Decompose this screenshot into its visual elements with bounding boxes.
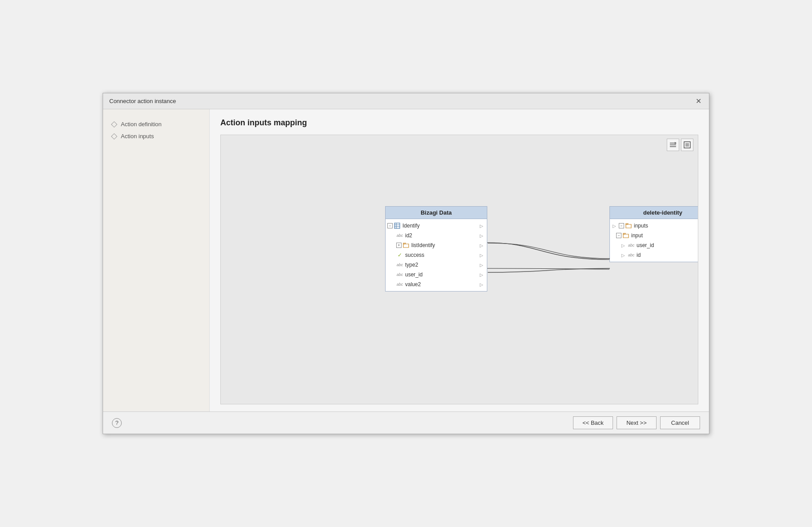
arrow-in-icon: ▷ (612, 223, 617, 228)
arrow-out-icon: ▷ (479, 262, 484, 267)
footer-left: ? (112, 418, 122, 428)
table-row: + listIdentify ▷ (386, 240, 487, 250)
table-row: abc type2 ▷ (386, 260, 487, 270)
expand-icon[interactable]: + (396, 243, 402, 248)
svg-rect-5 (394, 223, 400, 228)
folder-icon (622, 232, 629, 239)
table-row: − Identify ▷ (386, 221, 487, 231)
arrow-in-icon: ▷ (621, 243, 626, 248)
footer: ? << Back Next >> Cancel (103, 411, 709, 434)
arrow-out-icon: ▷ (479, 223, 484, 228)
table-row: abc id2 ▷ (386, 231, 487, 240)
expand-icon[interactable]: − (616, 233, 621, 238)
arrow-out-icon: ▷ (479, 233, 484, 238)
table-row: abc value2 ▷ (386, 279, 487, 289)
abc-icon: abc (396, 261, 403, 268)
sidebar-item-action-definition[interactable]: Action definition (110, 118, 202, 130)
back-button[interactable]: << Back (573, 416, 613, 429)
right-table-body: ▷ − inputs − (610, 219, 698, 262)
mapping-tool-icon-1 (669, 141, 677, 149)
abc-icon: abc (628, 252, 635, 259)
close-button[interactable]: ✕ (694, 97, 703, 106)
row-label: Identify (402, 223, 479, 229)
right-table-header: delete-identity (610, 207, 698, 219)
mapping-container: Bizagi Data − Identify ▷ (220, 135, 698, 404)
expand-icon[interactable]: − (619, 223, 624, 228)
mapping-icon-btn-1[interactable] (667, 139, 679, 151)
row-label: user_id (637, 242, 698, 248)
sidebar-diamond-icon (111, 133, 117, 139)
table-row: abc user_id ▷ (386, 270, 487, 279)
expand-icon[interactable]: − (387, 223, 393, 228)
row-label: success (405, 252, 479, 258)
table-row: ▷ − inputs (610, 221, 698, 231)
sidebar-item-label: Action inputs (121, 133, 154, 140)
mapping-icon-btn-2[interactable] (681, 139, 693, 151)
arrow-out-icon: ▷ (479, 243, 484, 248)
connector-action-dialog: Connector action instance ✕ Action defin… (103, 93, 709, 434)
row-label: id (637, 252, 698, 258)
toolbar-icons (667, 139, 693, 151)
left-table-header: Bizagi Data (386, 207, 487, 219)
table-row: ✓ success ▷ (386, 250, 487, 260)
sidebar: Action definition Action inputs (103, 109, 210, 411)
mapping-canvas: Bizagi Data − Identify ▷ (221, 135, 698, 404)
abc-icon: abc (396, 232, 403, 239)
left-table-body: − Identify ▷ abc id2 ▷ (386, 219, 487, 291)
table-row: − input (610, 231, 698, 240)
next-button[interactable]: Next >> (617, 416, 657, 429)
footer-buttons: << Back Next >> Cancel (573, 416, 700, 429)
folder-icon (402, 242, 410, 249)
sidebar-item-label: Action definition (121, 121, 162, 128)
abc-icon: abc (628, 242, 635, 249)
row-label: input (631, 232, 698, 239)
arrow-out-icon: ▷ (479, 252, 484, 258)
table-icon (394, 222, 401, 229)
row-label: value2 (405, 281, 479, 287)
abc-icon: abc (396, 271, 403, 278)
row-label: inputs (634, 223, 698, 229)
left-table: Bizagi Data − Identify ▷ (385, 206, 487, 291)
table-row: ▷ abc id (610, 250, 698, 260)
page-title: Action inputs mapping (220, 118, 698, 128)
cancel-button[interactable]: Cancel (660, 416, 700, 429)
dialog-title: Connector action instance (109, 98, 176, 104)
row-label: type2 (405, 262, 479, 268)
sidebar-item-action-inputs[interactable]: Action inputs (110, 130, 202, 142)
check-icon: ✓ (396, 252, 403, 259)
right-table: delete-identity ▷ − inputs (609, 206, 698, 262)
abc-icon: abc (396, 281, 403, 288)
svg-rect-4 (685, 143, 689, 147)
table-row: ▷ abc user_id (610, 240, 698, 250)
arrow-out-icon: ▷ (479, 272, 484, 277)
help-button[interactable]: ? (112, 418, 122, 428)
arrow-out-icon: ▷ (479, 282, 484, 287)
row-label: user_id (405, 271, 479, 278)
row-label: id2 (405, 232, 479, 239)
folder-icon (625, 222, 632, 229)
main-area: Action inputs mapping (210, 109, 709, 411)
arrow-in-icon: ▷ (621, 252, 626, 258)
sidebar-diamond-icon (111, 121, 117, 127)
dialog-body: Action definition Action inputs Action i… (103, 109, 709, 411)
mapping-tool-icon-2 (683, 141, 691, 149)
row-label: listIdentify (411, 242, 479, 248)
title-bar: Connector action instance ✕ (103, 93, 709, 109)
